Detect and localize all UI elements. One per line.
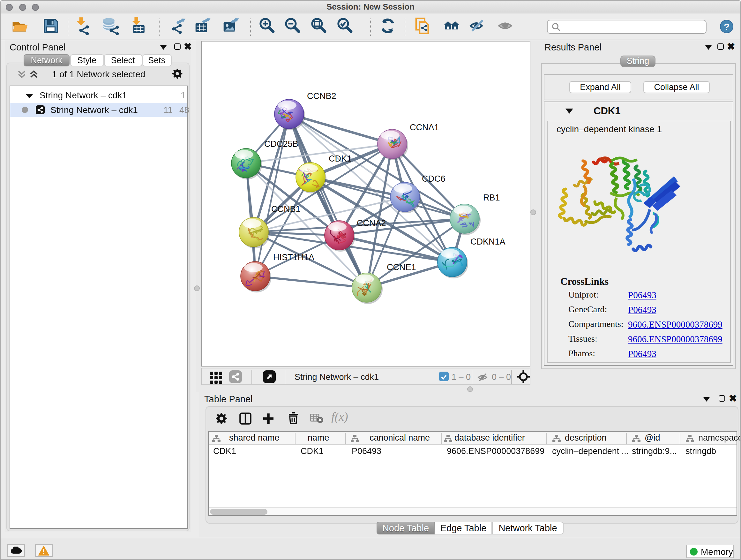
svg-text:CDK1: CDK1 <box>328 153 351 163</box>
svg-text:CDC25B: CDC25B <box>264 139 298 148</box>
svg-text:CDC6: CDC6 <box>421 174 445 183</box>
svg-text:CDKN1A: CDKN1A <box>470 237 505 246</box>
svg-text:CCNA1: CCNA1 <box>409 122 439 132</box>
svg-text:HIST1H1A: HIST1H1A <box>273 252 314 262</box>
svg-text:RB1: RB1 <box>483 192 500 202</box>
svg-text:CCNB2: CCNB2 <box>307 91 336 101</box>
svg-text:CCNE1: CCNE1 <box>387 262 416 272</box>
svg-text:CCNA2: CCNA2 <box>356 218 386 228</box>
svg-text:CCNB1: CCNB1 <box>271 204 300 213</box>
